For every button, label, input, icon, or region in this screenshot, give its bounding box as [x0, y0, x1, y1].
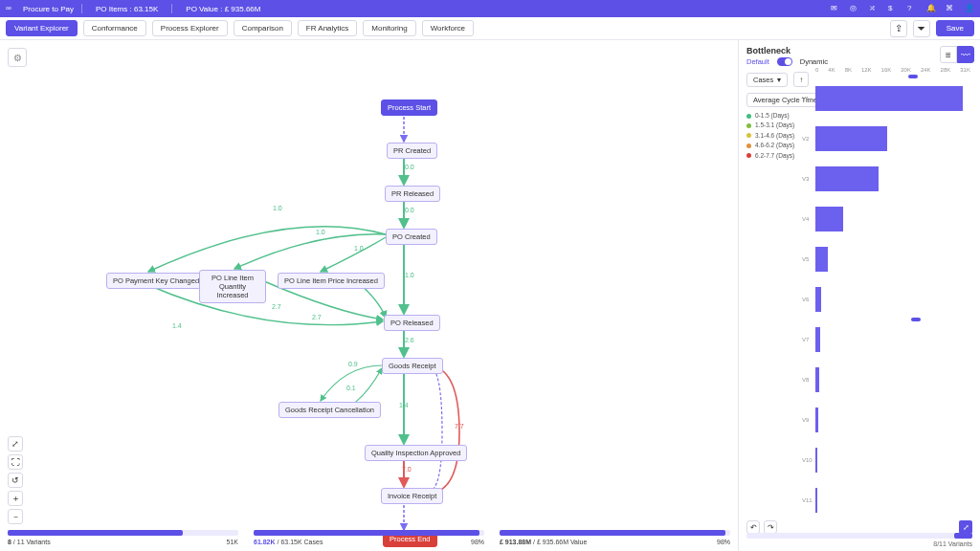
- undo-icon[interactable]: ↶: [746, 520, 760, 534]
- tab-variant-explorer[interactable]: Variant Explorer: [6, 20, 78, 36]
- node-po-line-qty-increased[interactable]: PO Line Item Quantity Increased: [199, 270, 266, 303]
- panel-title: Bottleneck: [746, 46, 972, 55]
- bell-icon[interactable]: 🔔: [926, 4, 936, 13]
- shuffle-icon[interactable]: ⤮: [869, 4, 879, 13]
- node-po-released[interactable]: PO Released: [384, 315, 440, 331]
- tab-comparison[interactable]: Comparison: [234, 20, 292, 36]
- logo-icon[interactable]: ∞: [6, 4, 15, 13]
- y-axis-label: V7: [802, 337, 809, 342]
- zoom-in-icon[interactable]: ＋: [8, 491, 23, 506]
- value-slider[interactable]: £ 913.88M / £ 935.66M Value98%: [500, 530, 730, 545]
- save-button[interactable]: Save: [936, 20, 974, 36]
- cases-slider[interactable]: 61.82K / 63.15K Cases98%: [254, 530, 484, 545]
- variants-cases: 51K: [227, 539, 238, 545]
- cases-count: 61.82K: [254, 539, 276, 545]
- tab-monitoring[interactable]: Monitoring: [363, 20, 415, 36]
- bottom-sliders: 8 / 11 Variants51K 61.82K / 63.15K Cases…: [8, 530, 730, 545]
- chevron-down-icon: ▾: [777, 76, 781, 84]
- flow-edges: [0, 40, 738, 551]
- help-icon[interactable]: ?: [907, 4, 917, 13]
- view-chart-icon[interactable]: 〰: [957, 46, 974, 63]
- legend-label: 0-1.5 (Days): [755, 111, 790, 121]
- breadcrumb-title[interactable]: Procure to Pay: [23, 5, 74, 13]
- chart-bar: [815, 448, 817, 473]
- apps-icon[interactable]: ⌘: [946, 4, 955, 13]
- node-quality-inspection-approved[interactable]: Quality Inspection Approved: [365, 445, 467, 461]
- node-po-payment-key-changed[interactable]: PO Payment Key Changed: [106, 273, 206, 289]
- edge-label: 2.6: [405, 337, 414, 343]
- chart-bar-row[interactable]: V6: [815, 279, 970, 320]
- chart-bar-row[interactable]: V8: [815, 360, 970, 400]
- chart-bar-row[interactable]: V11: [815, 480, 970, 520]
- po-value-value: £ 935.66M: [225, 5, 261, 13]
- legend-dot: [746, 143, 751, 148]
- target-icon[interactable]: ◎: [850, 4, 859, 13]
- node-po-line-price-increased[interactable]: PO Line Item Price Increased: [278, 273, 385, 289]
- chart-bar-row[interactable]: V5: [815, 239, 970, 279]
- edge-label: 0.9: [348, 361, 358, 367]
- value-count: £ 913.88M: [500, 539, 531, 545]
- toggle-dynamic-label[interactable]: Dynamic: [800, 57, 828, 66]
- chart-bar-row[interactable]: V3: [815, 159, 970, 199]
- tab-workforce[interactable]: Workforce: [422, 20, 474, 36]
- chart-bar-row[interactable]: V7: [815, 320, 970, 360]
- edge-label: 0.0: [405, 207, 414, 213]
- chart-bar: [815, 166, 879, 191]
- node-pr-released[interactable]: PR Released: [385, 186, 440, 202]
- mail-icon[interactable]: ✉: [831, 4, 840, 13]
- tab-fr-analytics[interactable]: FR Analytics: [298, 20, 357, 36]
- chart-bar-row[interactable]: V10: [815, 440, 970, 480]
- y-axis-label: V4: [802, 216, 809, 222]
- y-axis-label: V1: [802, 96, 809, 101]
- po-items-value: 63.15K: [134, 5, 158, 13]
- edge-label: 1.0: [405, 272, 414, 278]
- mode-switch[interactable]: [777, 57, 792, 66]
- variant-filter-label: 8/11 Variants: [933, 540, 972, 547]
- x-axis-ticks: 04K8K12K16K20K24K28K31K: [815, 67, 970, 73]
- value-total: / £ 935.66M Value: [533, 539, 587, 545]
- chart-bar-row[interactable]: V4: [815, 199, 970, 239]
- legend-label: 4.6-6.2 (Days): [755, 141, 794, 150]
- node-pr-created[interactable]: PR Created: [387, 143, 437, 159]
- avatar[interactable]: 👤: [965, 4, 974, 13]
- legend-dot: [746, 133, 751, 138]
- chart-bars: V1V2V3V4V5V6V7V8V9V10V11: [815, 78, 970, 522]
- cases-total: / 63.15K Cases: [278, 539, 323, 545]
- po-value-label: PO Value :: [186, 5, 222, 13]
- zoom-out-icon[interactable]: －: [8, 509, 23, 524]
- chart-bar-row[interactable]: V2: [815, 119, 970, 159]
- toggle-default-label[interactable]: Default: [746, 57, 769, 66]
- cases-pct: 98%: [471, 539, 484, 545]
- chart-bar-row[interactable]: V1: [815, 78, 970, 119]
- edge-label: 1.0: [273, 205, 282, 211]
- node-goods-receipt[interactable]: Goods Receipt: [382, 358, 443, 374]
- dollar-icon[interactable]: $: [888, 4, 898, 13]
- node-process-start[interactable]: Process Start: [381, 99, 437, 116]
- zoom-fit-icon[interactable]: ⤢: [8, 436, 23, 452]
- edge-label: 2.7: [312, 314, 322, 320]
- y-axis-label: V9: [802, 417, 809, 423]
- tab-process-explorer[interactable]: Process Explorer: [152, 20, 228, 36]
- legend-dot: [746, 153, 751, 158]
- tab-conformance[interactable]: Conformance: [83, 20, 146, 36]
- expand-icon[interactable]: ⤢: [959, 520, 972, 534]
- filter-button[interactable]: ⏷: [913, 20, 930, 37]
- node-invoice-receipt[interactable]: Invoice Receipt: [381, 488, 443, 504]
- redo-icon[interactable]: ↷: [764, 520, 777, 534]
- variant-filter-slider[interactable]: 8/11 Variants: [746, 533, 972, 547]
- view-list-icon[interactable]: ≡: [940, 46, 957, 63]
- cases-dropdown[interactable]: Cases ▾: [746, 73, 788, 87]
- node-po-created[interactable]: PO Created: [386, 229, 437, 245]
- sort-up-button[interactable]: ↑: [793, 72, 809, 87]
- chart-bar-row[interactable]: V9: [815, 400, 970, 440]
- process-flow-canvas[interactable]: Process Start PR Created PR Released PO …: [0, 40, 738, 551]
- chart-bar: [815, 287, 821, 312]
- zoom-reset-icon[interactable]: ↺: [8, 473, 23, 488]
- edge-label: 1.4: [399, 402, 409, 408]
- topbar: ∞ Procure to Pay PO Items : 63.15K PO Va…: [0, 0, 980, 17]
- variants-slider[interactable]: 8 / 11 Variants51K: [8, 530, 238, 545]
- share-button[interactable]: ⇪: [890, 20, 907, 37]
- zoom-expand-icon[interactable]: ⛶: [8, 454, 23, 470]
- node-goods-receipt-cancellation[interactable]: Goods Receipt Cancellation: [278, 402, 381, 418]
- zoom-controls: ⤢ ⛶ ↺ ＋ －: [8, 436, 23, 524]
